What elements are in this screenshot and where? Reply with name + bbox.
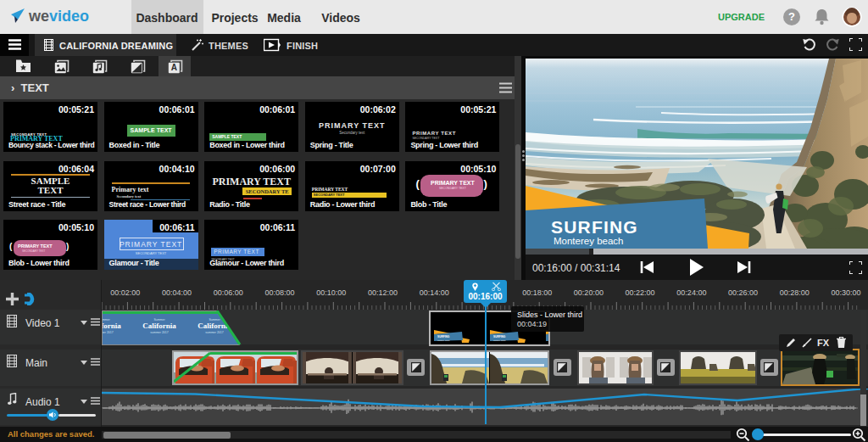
svg-text:Monterey beach: Monterey beach (549, 339, 550, 341)
svg-text:SURFING: SURFING (551, 217, 638, 237)
svg-text:A: A (171, 63, 177, 72)
svg-text:SURFING: SURFING (493, 335, 506, 338)
svg-text:Monterey beach: Monterey beach (437, 339, 449, 341)
svg-text:SURFING: SURFING (437, 335, 450, 338)
svg-text:SURFING: SURFING (549, 335, 550, 338)
svg-text:Monterey beach: Monterey beach (493, 339, 505, 341)
svg-text:Monterey beach: Monterey beach (554, 236, 623, 246)
